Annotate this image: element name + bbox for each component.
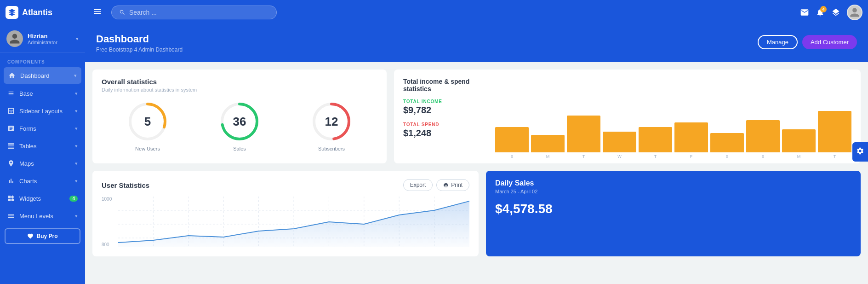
home-icon (8, 72, 16, 79)
widgets-badge: 4 (69, 196, 78, 202)
total-income-card: Total income & spend statistics TOTAL IN… (394, 70, 861, 163)
sidebar-user-role: Administrator (28, 40, 71, 45)
cards-row: Overall statistics Daily information abo… (85, 62, 868, 163)
stat-label-subscribers: Subscribers (311, 146, 352, 151)
sidebar-item-charts[interactable]: Charts ▾ (0, 172, 85, 190)
daily-sales-date: March 25 - April 02 (495, 189, 851, 194)
export-button[interactable]: Export (403, 179, 433, 191)
email-button[interactable] (800, 8, 809, 17)
stat-subscribers: 12 Subscribers (311, 101, 352, 151)
search-icon (119, 9, 126, 16)
brand-name: Atlantis (22, 8, 52, 17)
circle-number-new-users: 5 (144, 115, 151, 129)
bar-item (710, 133, 744, 152)
top-navbar: Atlantis 4 (0, 0, 868, 25)
bar-label-item: W (603, 154, 636, 159)
sidebar-user[interactable]: Hizrian Administrator ▾ (0, 25, 85, 53)
bar-item (674, 122, 708, 152)
total-income-label: TOTAL INCOME (403, 99, 486, 104)
dashboard-header: Dashboard Free Bootstrap 4 Admin Dashboa… (85, 25, 868, 62)
charts-icon (7, 177, 15, 185)
base-icon (7, 90, 15, 97)
page-subtitle: Free Bootstrap 4 Admin Dashboard (96, 46, 183, 53)
sidebar-item-label: Charts (19, 178, 37, 185)
tables-icon (7, 142, 15, 150)
sidebar-item-maps[interactable]: Maps ▾ (0, 155, 85, 172)
overall-stats-title: Overall statistics (102, 78, 377, 86)
sidebar-item-forms[interactable]: Forms ▾ (0, 120, 85, 137)
line-chart-area: 1000 800 (102, 197, 469, 256)
circle-new-users: 5 (127, 101, 168, 142)
sidebar-arrow: ▾ (74, 73, 77, 79)
sidebar-username: Hizrian (28, 33, 71, 40)
search-bar (111, 6, 277, 19)
overall-stats-card: Overall statistics Daily information abo… (92, 70, 387, 163)
dashboard-header-right: Manage Add Customer (758, 33, 857, 49)
forms-icon (7, 125, 15, 132)
line-chart-svg (118, 197, 469, 247)
sidebar-item-base[interactable]: Base ▾ (0, 85, 85, 102)
overall-stats-subtitle: Daily information about statistics in sy… (102, 87, 377, 93)
bar-item (818, 111, 851, 152)
sidebar-item-label: Tables (19, 143, 37, 150)
main-layout: Hizrian Administrator ▾ COMPONENTS Dashb… (0, 25, 868, 284)
stat-label-new-users: New Users (127, 146, 168, 151)
income-bar-chart: SMTWTFSSMT (495, 78, 851, 159)
main-content: Dashboard Free Bootstrap 4 Admin Dashboa… (85, 25, 868, 284)
sidebar-user-info: Hizrian Administrator (28, 33, 71, 45)
print-icon (443, 182, 449, 188)
stat-new-users: 5 New Users (127, 101, 168, 151)
second-row: User Statistics Export Print 1000 800 (85, 163, 868, 256)
logo-icon (6, 6, 18, 19)
bar-item (782, 129, 816, 152)
user-stats-title: User Statistics (102, 181, 149, 189)
sidebar-arrow: ▾ (75, 161, 78, 167)
sidebar-item-label: Forms (19, 125, 36, 132)
user-avatar[interactable] (847, 5, 862, 20)
widgets-icon (7, 195, 15, 202)
notifications-button[interactable]: 4 (816, 8, 825, 17)
sidebar-item-label: Dashboard (20, 72, 50, 79)
sidebar-item-label: Base (19, 90, 33, 97)
manage-button[interactable]: Manage (758, 35, 798, 49)
menu-icon (7, 212, 15, 220)
search-input[interactable] (129, 9, 269, 16)
settings-float-button[interactable] (852, 142, 868, 162)
bar-label-item: T (818, 154, 851, 159)
sidebar-item-label: Menu Levels (19, 213, 53, 220)
bar-item (531, 135, 565, 152)
circle-number-sales: 36 (233, 115, 246, 129)
bar-item (746, 120, 780, 152)
sidebar-section-components: COMPONENTS (0, 53, 85, 66)
daily-sales-amount: $4,578.58 (495, 202, 851, 216)
print-button[interactable]: Print (436, 179, 469, 191)
add-customer-button[interactable]: Add Customer (802, 35, 857, 49)
bar-labels: SMTWTFSSMT (495, 154, 851, 159)
notification-badge: 4 (820, 6, 827, 12)
buy-pro-button[interactable]: Buy Pro (5, 228, 80, 244)
brand: Atlantis (6, 6, 84, 19)
hamburger-button[interactable] (89, 5, 106, 20)
sidebar-user-arrow: ▾ (76, 36, 79, 42)
bar-label-item: S (710, 154, 744, 159)
total-spend-value: $1,248 (403, 128, 486, 139)
user-stats-actions: Export Print (403, 179, 469, 191)
page-title: Dashboard (96, 33, 183, 45)
sidebar: Hizrian Administrator ▾ COMPONENTS Dashb… (0, 25, 85, 284)
maps-icon (7, 160, 15, 167)
bar-chart (495, 106, 851, 152)
sidebar-item-dashboard[interactable]: Dashboard ▾ (4, 67, 81, 84)
sidebar-item-widgets[interactable]: Widgets 4 (0, 190, 85, 207)
sidebar-item-sidebar-layouts[interactable]: Sidebar Layouts ▾ (0, 102, 85, 120)
daily-sales-title: Daily Sales (495, 179, 851, 187)
layers-button[interactable] (831, 8, 840, 17)
sidebar-arrow: ▾ (75, 108, 78, 114)
total-spend-label: TOTAL SPEND (403, 122, 486, 127)
sidebar-item-menu-levels[interactable]: Menu Levels ▾ (0, 207, 85, 225)
bar-label-item: T (567, 154, 600, 159)
bar-label-item: S (746, 154, 780, 159)
sidebar-item-tables[interactable]: Tables ▾ (0, 137, 85, 155)
daily-sales-card: Daily Sales March 25 - April 02 $4,578.5… (486, 171, 861, 256)
bar-label-item: T (639, 154, 672, 159)
sidebar-item-label: Sidebar Layouts (19, 108, 63, 115)
